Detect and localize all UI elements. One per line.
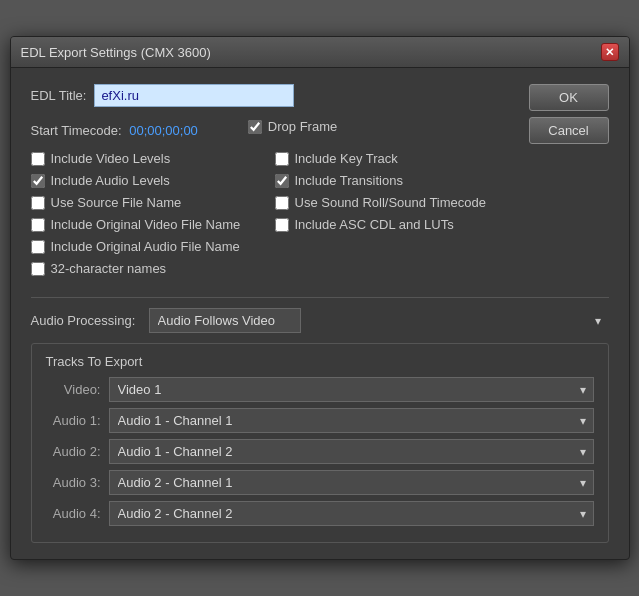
bottom-section: Audio Processing: Audio Follows Video Se…	[31, 297, 609, 543]
use-sound-roll-label: Use Sound Roll/Sound Timecode	[295, 195, 487, 210]
timecode-label: Start Timecode:	[31, 123, 122, 138]
audio4-track-label: Audio 4:	[46, 506, 101, 521]
audio-processing-wrapper: Audio Follows Video Separate Audio No Au…	[149, 308, 609, 333]
form-area: EDL Title: Start Timecode: 00;00;00;00 D…	[31, 84, 519, 287]
include-video-levels-label: Include Video Levels	[51, 151, 171, 166]
timecode-section: Start Timecode: 00;00;00;00	[31, 123, 198, 138]
char32-names-label: 32-character names	[51, 261, 167, 276]
include-original-audio-item[interactable]: Include Original Audio File Name	[31, 239, 275, 254]
audio1-track-select[interactable]: Audio 1 - Channel 1	[109, 408, 594, 433]
audio2-select-wrapper: Audio 1 - Channel 2	[109, 439, 594, 464]
audio2-track-row: Audio 2: Audio 1 - Channel 2	[46, 439, 594, 464]
include-audio-levels-item[interactable]: Include Audio Levels	[31, 173, 275, 188]
include-transitions-label: Include Transitions	[295, 173, 403, 188]
use-sound-roll-checkbox[interactable]	[275, 196, 289, 210]
include-original-audio-label: Include Original Audio File Name	[51, 239, 240, 254]
use-source-file-name-checkbox[interactable]	[31, 196, 45, 210]
include-original-video-checkbox[interactable]	[31, 218, 45, 232]
use-source-file-name-item[interactable]: Use Source File Name	[31, 195, 275, 210]
use-source-file-name-label: Use Source File Name	[51, 195, 182, 210]
edl-title-row: EDL Title:	[31, 84, 519, 107]
audio2-track-select[interactable]: Audio 1 - Channel 2	[109, 439, 594, 464]
close-button[interactable]: ✕	[601, 43, 619, 61]
include-video-levels-item[interactable]: Include Video Levels	[31, 151, 275, 166]
include-audio-levels-checkbox[interactable]	[31, 174, 45, 188]
checkboxes-columns: Include Video Levels Include Audio Level…	[31, 151, 519, 283]
title-bar: EDL Export Settings (CMX 3600) ✕	[11, 37, 629, 68]
tracks-title: Tracks To Export	[46, 354, 594, 369]
include-video-levels-checkbox[interactable]	[31, 152, 45, 166]
drop-frame-label: Drop Frame	[268, 119, 337, 134]
ok-button[interactable]: OK	[529, 84, 609, 111]
include-key-track-label: Include Key Track	[295, 151, 398, 166]
audio1-track-label: Audio 1:	[46, 413, 101, 428]
include-transitions-checkbox[interactable]	[275, 174, 289, 188]
include-asc-cdl-checkbox[interactable]	[275, 218, 289, 232]
tracks-section: Tracks To Export Video: Video 1 Audio 1:	[31, 343, 609, 543]
audio-processing-row: Audio Processing: Audio Follows Video Se…	[31, 308, 609, 333]
action-buttons: OK Cancel	[529, 84, 609, 144]
audio4-select-wrapper: Audio 2 - Channel 2	[109, 501, 594, 526]
left-checkboxes: Include Video Levels Include Audio Level…	[31, 151, 275, 283]
audio4-track-row: Audio 4: Audio 2 - Channel 2	[46, 501, 594, 526]
include-original-video-label: Include Original Video File Name	[51, 217, 241, 232]
include-audio-levels-label: Include Audio Levels	[51, 173, 170, 188]
top-section: EDL Title: Start Timecode: 00;00;00;00 D…	[31, 84, 609, 287]
audio2-track-label: Audio 2:	[46, 444, 101, 459]
include-key-track-checkbox[interactable]	[275, 152, 289, 166]
audio1-track-row: Audio 1: Audio 1 - Channel 1	[46, 408, 594, 433]
include-original-audio-checkbox[interactable]	[31, 240, 45, 254]
edl-export-dialog: EDL Export Settings (CMX 3600) ✕ EDL Tit…	[10, 36, 630, 560]
drop-frame-item[interactable]: Drop Frame	[248, 119, 337, 134]
right-checkboxes: Include Key Track Include Transitions Us…	[275, 151, 519, 283]
audio3-track-row: Audio 3: Audio 2 - Channel 1	[46, 470, 594, 495]
timecode-row: Start Timecode: 00;00;00;00 Drop Frame	[31, 119, 519, 141]
video-track-row: Video: Video 1	[46, 377, 594, 402]
char32-names-item[interactable]: 32-character names	[31, 261, 275, 276]
include-original-video-item[interactable]: Include Original Video File Name	[31, 217, 275, 232]
edl-title-input[interactable]	[94, 84, 294, 107]
edl-title-label: EDL Title:	[31, 88, 87, 103]
include-transitions-item[interactable]: Include Transitions	[275, 173, 519, 188]
video-select-wrapper: Video 1	[109, 377, 594, 402]
audio4-track-select[interactable]: Audio 2 - Channel 2	[109, 501, 594, 526]
char32-names-checkbox[interactable]	[31, 262, 45, 276]
audio3-track-select[interactable]: Audio 2 - Channel 1	[109, 470, 594, 495]
use-sound-roll-item[interactable]: Use Sound Roll/Sound Timecode	[275, 195, 519, 210]
drop-frame-checkbox[interactable]	[248, 120, 262, 134]
timecode-value: 00;00;00;00	[129, 123, 198, 138]
dialog-title: EDL Export Settings (CMX 3600)	[21, 45, 211, 60]
video-track-select[interactable]: Video 1	[109, 377, 594, 402]
audio-processing-select[interactable]: Audio Follows Video Separate Audio No Au…	[149, 308, 301, 333]
include-asc-cdl-item[interactable]: Include ASC CDL and LUTs	[275, 217, 519, 232]
drop-frame-section: Drop Frame	[248, 119, 337, 141]
audio3-select-wrapper: Audio 2 - Channel 1	[109, 470, 594, 495]
audio1-select-wrapper: Audio 1 - Channel 1	[109, 408, 594, 433]
cancel-button[interactable]: Cancel	[529, 117, 609, 144]
dialog-content: EDL Title: Start Timecode: 00;00;00;00 D…	[11, 68, 629, 559]
include-asc-cdl-label: Include ASC CDL and LUTs	[295, 217, 454, 232]
video-track-label: Video:	[46, 382, 101, 397]
audio-processing-label: Audio Processing:	[31, 313, 141, 328]
audio3-track-label: Audio 3:	[46, 475, 101, 490]
include-key-track-item[interactable]: Include Key Track	[275, 151, 519, 166]
